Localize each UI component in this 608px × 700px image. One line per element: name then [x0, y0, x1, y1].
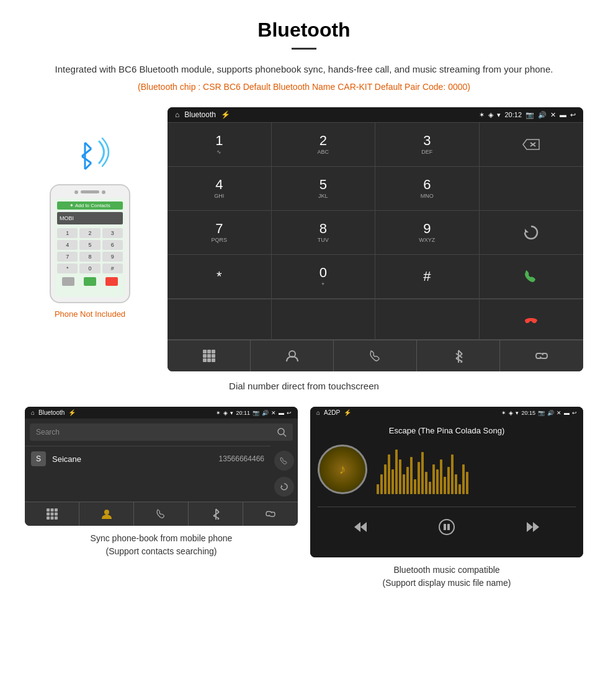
dialer-key-empty1 — [480, 167, 584, 211]
dialer-key-7[interactable]: 7PQRS — [168, 211, 272, 255]
music-caption: Bluetooth music compatible (Support disp… — [310, 564, 583, 590]
music-signal-icon: ▾ — [516, 410, 519, 416]
phone-side: ✦ Add to Contacts MOBI 1 2 3 4 5 6 7 8 9 — [25, 107, 155, 319]
pb-search-placeholder: Search — [36, 428, 60, 436]
pb-app-name: Bluetooth — [38, 409, 65, 416]
music-usb-icon: ⚡ — [344, 409, 351, 416]
dialer-key-hash[interactable]: # — [375, 255, 480, 299]
bluetooth-tab[interactable] — [417, 340, 500, 371]
pb-call-icon[interactable] — [274, 451, 294, 471]
pb-user-btn[interactable] — [79, 502, 134, 526]
music-prev-btn[interactable] — [343, 515, 378, 543]
dialer-key-6[interactable]: 6MNO — [375, 167, 480, 211]
pb-search-bar[interactable]: Search — [30, 423, 293, 441]
dialer-key-2[interactable]: 2ABC — [272, 123, 376, 167]
gps-icon: ◈ — [488, 111, 493, 119]
dialer-key-star[interactable]: * — [168, 255, 272, 299]
phone-call-btn — [84, 277, 96, 286]
pb-bt-btn[interactable] — [189, 502, 243, 526]
phone-screen-header: ✦ Add to Contacts — [57, 202, 123, 210]
music-screen: ⌂ A2DP ⚡ ✶ ◈ ▾ 20:15 📷 🔊 ✕ ▬ ↩ — [310, 407, 583, 557]
phone-dot — [74, 190, 78, 194]
phone-bottom-bar — [57, 277, 123, 286]
pb-win-icon[interactable]: ▬ — [279, 410, 284, 416]
home-icon[interactable]: ⌂ — [175, 110, 179, 119]
dialer-key-3[interactable]: 3DEF — [375, 123, 480, 167]
bluetooth-waves-icon — [65, 132, 115, 175]
music-win-icon[interactable]: ▬ — [564, 410, 570, 416]
contacts-tab[interactable] — [251, 340, 334, 371]
pb-back-icon[interactable]: ↩ — [287, 410, 292, 416]
pb-home-icon[interactable]: ⌂ — [31, 409, 35, 416]
vol-icon[interactable]: 🔊 — [538, 111, 547, 119]
music-next-btn[interactable] — [516, 515, 550, 543]
svg-rect-14 — [203, 358, 207, 362]
music-caption-line2: (Support display music file name) — [310, 577, 583, 590]
svg-rect-29 — [55, 508, 58, 512]
pb-vol-icon[interactable]: 🔊 — [262, 410, 269, 416]
svg-rect-12 — [207, 354, 211, 358]
pb-refresh-icon[interactable] — [274, 477, 294, 497]
phone-back-btn — [62, 277, 74, 286]
dialer-key-0[interactable]: 0+ — [272, 255, 376, 299]
music-app-name: A2DP — [324, 409, 340, 416]
svg-rect-32 — [55, 513, 58, 516]
dialer-key-refresh[interactable] — [480, 211, 584, 255]
pb-cam-icon[interactable]: 📷 — [253, 410, 259, 416]
svg-rect-27 — [47, 508, 50, 512]
svg-rect-9 — [207, 350, 211, 353]
svg-marker-26 — [281, 485, 283, 487]
svg-rect-16 — [212, 358, 215, 362]
dialer-key-call[interactable] — [480, 255, 584, 299]
x-icon[interactable]: ✕ — [550, 111, 556, 119]
svg-rect-30 — [47, 513, 50, 516]
dialer-key-9[interactable]: 9WXYZ — [375, 211, 480, 255]
music-home-icon[interactable]: ⌂ — [316, 409, 320, 416]
music-cam-icon[interactable]: 📷 — [538, 410, 545, 416]
page-description: Integrated with BC6 Bluetooth module, su… — [25, 62, 583, 77]
svg-marker-43 — [354, 522, 367, 532]
music-statusbar: ⌂ A2DP ⚡ ✶ ◈ ▾ 20:15 📷 🔊 ✕ ▬ ↩ — [310, 407, 583, 419]
svg-rect-13 — [212, 354, 215, 358]
svg-point-24 — [278, 428, 284, 435]
dialer-key-5[interactable]: 5JKL — [272, 167, 376, 211]
svg-marker-47 — [527, 522, 539, 532]
svg-line-25 — [284, 434, 286, 436]
usb-icon: ⚡ — [221, 110, 230, 119]
dialer-key-4[interactable]: 4GHI — [168, 167, 272, 211]
pb-contact-name: Seicane — [52, 454, 219, 464]
dialer-key-end[interactable] — [480, 299, 584, 340]
phone-not-included-label: Phone Not Included — [55, 309, 125, 319]
svg-rect-10 — [212, 350, 215, 353]
svg-rect-11 — [203, 354, 207, 358]
music-back-icon[interactable]: ↩ — [572, 410, 577, 416]
call-tab[interactable] — [334, 340, 417, 371]
dialer-caption: Dial number direct from touchscreen — [25, 381, 583, 391]
signal-icon: ▾ — [497, 111, 501, 119]
music-screen-body: Escape (The Pina Colada Song) ♪ — [310, 419, 583, 557]
dialer-key-1[interactable]: 1∿ — [168, 123, 272, 167]
svg-point-44 — [439, 520, 454, 534]
link-tab[interactable] — [500, 340, 583, 371]
window-icon[interactable]: ▬ — [560, 111, 566, 118]
pb-link-btn[interactable] — [243, 502, 298, 526]
pb-x-icon[interactable]: ✕ — [271, 410, 276, 416]
camera-icon[interactable]: 📷 — [525, 111, 534, 119]
dialer-keypad: 1∿ 2ABC 3DEF 4GHI — [168, 122, 583, 299]
svg-line-2 — [82, 156, 91, 163]
pb-phone-btn[interactable] — [134, 502, 189, 526]
music-x-icon[interactable]: ✕ — [557, 410, 561, 416]
dialer-key-backspace[interactable] — [480, 123, 584, 167]
svg-line-1 — [82, 149, 91, 156]
dialer-empty3 — [272, 299, 376, 340]
music-vol-icon[interactable]: 🔊 — [547, 410, 554, 416]
dialer-key-8[interactable]: 8TUV — [272, 211, 376, 255]
music-main-area: ♪ — [318, 445, 576, 494]
back-icon[interactable]: ↩ — [570, 111, 576, 119]
keypad-tab[interactable] — [168, 340, 251, 371]
bt-icon: ✶ — [479, 111, 485, 119]
bottom-row: ⌂ Bluetooth ⚡ ✶ ◈ ▾ 20:11 📷 🔊 ✕ ▬ ↩ — [25, 407, 583, 590]
music-play-pause-btn[interactable] — [428, 513, 465, 544]
pb-keypad-btn[interactable] — [25, 502, 79, 526]
phone-keypad-grid: 1 2 3 4 5 6 7 8 9 * 0 # — [57, 228, 123, 273]
